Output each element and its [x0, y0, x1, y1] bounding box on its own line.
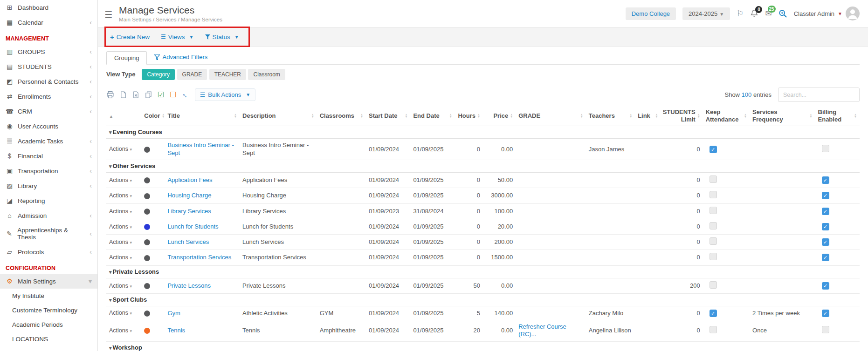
group-row-private-lessons[interactable]: ▾Private Lessons — [106, 265, 860, 278]
keep-attendance-checkbox[interactable] — [710, 222, 717, 230]
row-actions-button[interactable]: Actions ▾ — [109, 177, 132, 183]
create-new-button[interactable]: +Create New — [110, 33, 150, 41]
service-title-link[interactable]: Lunch for Students — [167, 223, 218, 230]
view-type-grade[interactable]: GRADE — [177, 69, 207, 80]
sidebar-item-transportation[interactable]: ▣Transportation‹ — [0, 163, 97, 178]
breadcrumb-item[interactable]: Manage Services — [181, 17, 222, 22]
column-header-sort[interactable]: ▲ — [106, 106, 141, 126]
service-title-link[interactable]: Library Services — [167, 208, 211, 215]
sidebar-item-reporting[interactable]: ◪Reporting — [0, 193, 97, 208]
column-header-services-frequency[interactable]: Services Frequency▲▼ — [750, 106, 815, 126]
keep-attendance-checkbox[interactable] — [710, 326, 717, 333]
sidebar-item-admission[interactable]: ⌂Admission‹ — [0, 208, 97, 223]
view-type-classroom[interactable]: Classroom — [248, 69, 285, 80]
column-header-color[interactable]: Color▲▼ — [141, 106, 165, 126]
group-row-sport-clubs[interactable]: ▾Sport Clubs — [106, 294, 860, 306]
keep-attendance-checkbox[interactable]: ✓ — [710, 310, 717, 317]
flag-icon[interactable]: ⚐ — [737, 9, 744, 19]
sidebar-item-my-institute[interactable]: My Institute — [0, 289, 97, 303]
keep-attendance-checkbox[interactable] — [710, 281, 717, 289]
column-header-price[interactable]: Price▲▼ — [483, 106, 516, 126]
deselect-all-icon[interactable]: ☐ — [170, 90, 176, 99]
avatar[interactable] — [846, 7, 860, 20]
sidebar-item-financial[interactable]: $Financial‹ — [0, 148, 97, 163]
column-header-description[interactable]: Description▲▼ — [240, 106, 317, 126]
export-pdf-icon[interactable] — [120, 91, 127, 98]
column-header-hours[interactable]: Hours▲▼ — [455, 106, 483, 126]
billing-enabled-checkbox[interactable]: ✓ — [822, 208, 829, 215]
row-actions-button[interactable]: Actions ▾ — [109, 192, 132, 199]
service-title-link[interactable]: Gym — [167, 310, 180, 317]
export-excel-icon[interactable] — [132, 91, 139, 98]
service-title-link[interactable]: Application Fees — [167, 176, 212, 183]
keep-attendance-checkbox[interactable] — [710, 191, 717, 198]
billing-enabled-checkbox[interactable] — [822, 145, 829, 152]
column-header-end-date[interactable]: End Date▲▼ — [410, 106, 455, 126]
sidebar-item-groups[interactable]: ▥GROUPS‹ — [0, 44, 97, 59]
service-color-dot[interactable] — [144, 328, 150, 334]
group-row-other-services[interactable]: ▾Other Services — [106, 160, 860, 172]
service-color-dot[interactable] — [144, 193, 150, 199]
billing-enabled-checkbox[interactable]: ✓ — [822, 176, 829, 184]
row-actions-button[interactable]: Actions ▾ — [109, 327, 132, 334]
group-row-evening-courses[interactable]: ▾Evening Courses — [106, 126, 860, 139]
bulk-actions-dropdown[interactable]: ☰ Bulk Actions ▼ — [195, 88, 255, 101]
sidebar-item-locations[interactable]: LOCATIONS — [0, 332, 97, 346]
view-type-category[interactable]: Category — [142, 69, 175, 80]
row-actions-button[interactable]: Actions ▾ — [109, 239, 132, 245]
service-title-link[interactable]: Private Lessons — [167, 282, 211, 289]
sidebar-item-library[interactable]: ▨Library‹ — [0, 178, 97, 193]
column-header-title[interactable]: Title▲▼ — [165, 106, 240, 126]
view-type-teacher[interactable]: TEACHER — [209, 69, 246, 80]
row-actions-button[interactable]: Actions ▾ — [109, 254, 132, 261]
zoom-search-icon[interactable] — [778, 9, 787, 18]
academic-year-dropdown[interactable]: 2024-2025▼ — [682, 7, 730, 20]
sidebar-item-main-settings[interactable]: ⚙Main Settings▾ — [0, 274, 97, 289]
status-dropdown[interactable]: Status▼ — [205, 34, 239, 40]
billing-enabled-checkbox[interactable]: ✓ — [822, 223, 829, 230]
keep-attendance-checkbox[interactable] — [710, 237, 717, 245]
hamburger-menu-icon[interactable]: ☰ — [104, 9, 112, 20]
column-header-grade[interactable]: GRADE▲▼ — [516, 106, 586, 126]
breadcrumb-item[interactable]: Main Settings — [119, 17, 152, 22]
column-header-start-date[interactable]: Start Date▲▼ — [366, 106, 410, 126]
sidebar-item-customize-terminology[interactable]: Customize Terminology — [0, 303, 97, 317]
sidebar-item-apprenticeships-thesis[interactable]: ✎Apprenticeships & Thesis‹ — [0, 223, 97, 244]
column-header-classrooms[interactable]: Classrooms▲▼ — [317, 106, 366, 126]
keep-attendance-checkbox[interactable] — [710, 253, 717, 260]
select-all-icon[interactable]: ☑ — [158, 90, 164, 99]
service-grade-link[interactable]: Refresher Course (RC)... — [518, 323, 566, 338]
row-actions-button[interactable]: Actions ▾ — [109, 208, 132, 215]
expand-icon[interactable]: ↔ — [182, 91, 189, 99]
service-color-dot[interactable] — [144, 209, 150, 215]
service-color-dot[interactable] — [144, 283, 150, 289]
sidebar-item-protocols[interactable]: ▱Protocols‹ — [0, 244, 97, 259]
row-actions-button[interactable]: Actions ▾ — [109, 310, 132, 316]
entries-count[interactable]: 100 — [742, 91, 752, 98]
notifications-bell-icon[interactable]: 0 — [750, 9, 758, 18]
billing-enabled-checkbox[interactable]: ✓ — [822, 310, 829, 317]
service-title-link[interactable]: Transportation Services — [167, 254, 231, 261]
service-color-dot[interactable] — [144, 224, 150, 230]
service-color-dot[interactable] — [144, 177, 150, 183]
service-color-dot[interactable] — [144, 147, 150, 153]
column-header-link[interactable]: Link▲▼ — [635, 106, 661, 126]
service-color-dot[interactable] — [144, 239, 150, 245]
print-icon[interactable] — [106, 91, 114, 99]
school-selector-button[interactable]: Demo College — [626, 7, 676, 20]
search-input[interactable] — [778, 88, 860, 102]
user-menu[interactable]: Classter Admin ▼ — [794, 7, 860, 20]
row-actions-button[interactable]: Actions ▾ — [109, 283, 132, 289]
sidebar-item-academic-periods[interactable]: Academic Periods — [0, 317, 97, 332]
messages-envelope-icon[interactable]: ✉ 25 — [765, 9, 772, 19]
billing-enabled-checkbox[interactable]: ✓ — [822, 282, 829, 290]
keep-attendance-checkbox[interactable]: ✓ — [710, 146, 717, 153]
breadcrumb-item[interactable]: Services — [156, 17, 176, 22]
billing-enabled-checkbox[interactable]: ✓ — [822, 192, 829, 199]
sidebar-item-crm[interactable]: ☎CRM‹ — [0, 104, 97, 119]
sidebar-item-academic-tasks[interactable]: ☰Academic Tasks‹ — [0, 134, 97, 148]
service-title-link[interactable]: Tennis — [167, 327, 185, 334]
group-row-workshop[interactable]: ▾Workshop — [106, 341, 860, 351]
copy-icon[interactable] — [145, 91, 152, 98]
advanced-filters-link[interactable]: Advanced Filters — [154, 54, 207, 64]
